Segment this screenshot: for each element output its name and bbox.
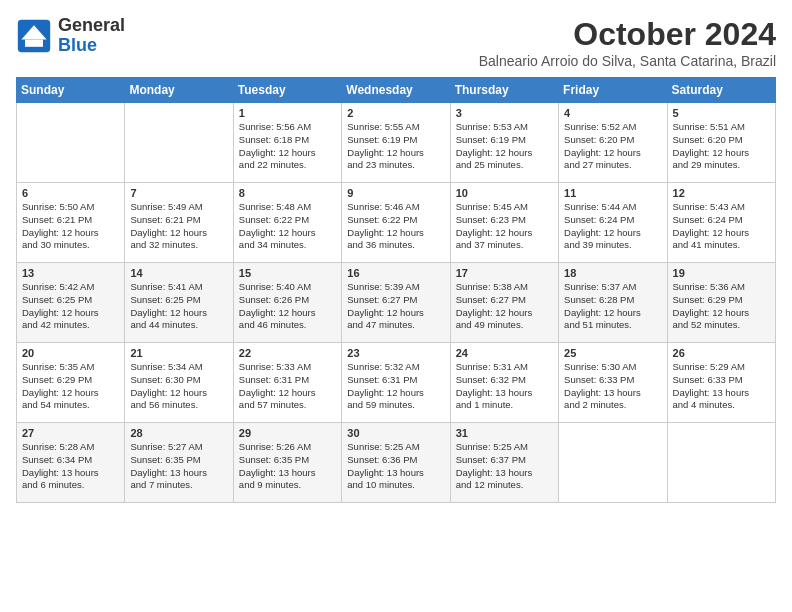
calendar-cell: 10Sunrise: 5:45 AM Sunset: 6:23 PM Dayli… bbox=[450, 183, 558, 263]
col-header-wednesday: Wednesday bbox=[342, 78, 450, 103]
calendar-cell: 6Sunrise: 5:50 AM Sunset: 6:21 PM Daylig… bbox=[17, 183, 125, 263]
day-number: 17 bbox=[456, 267, 553, 279]
day-number: 2 bbox=[347, 107, 444, 119]
day-content: Sunrise: 5:28 AM Sunset: 6:34 PM Dayligh… bbox=[22, 441, 119, 492]
day-content: Sunrise: 5:41 AM Sunset: 6:25 PM Dayligh… bbox=[130, 281, 227, 332]
day-content: Sunrise: 5:46 AM Sunset: 6:22 PM Dayligh… bbox=[347, 201, 444, 252]
week-row-1: 1Sunrise: 5:56 AM Sunset: 6:18 PM Daylig… bbox=[17, 103, 776, 183]
day-content: Sunrise: 5:29 AM Sunset: 6:33 PM Dayligh… bbox=[673, 361, 770, 412]
day-number: 3 bbox=[456, 107, 553, 119]
col-header-sunday: Sunday bbox=[17, 78, 125, 103]
day-number: 12 bbox=[673, 187, 770, 199]
day-number: 18 bbox=[564, 267, 661, 279]
calendar-cell: 22Sunrise: 5:33 AM Sunset: 6:31 PM Dayli… bbox=[233, 343, 341, 423]
calendar-cell: 31Sunrise: 5:25 AM Sunset: 6:37 PM Dayli… bbox=[450, 423, 558, 503]
logo-general: General bbox=[58, 15, 125, 35]
day-content: Sunrise: 5:32 AM Sunset: 6:31 PM Dayligh… bbox=[347, 361, 444, 412]
calendar-cell: 30Sunrise: 5:25 AM Sunset: 6:36 PM Dayli… bbox=[342, 423, 450, 503]
calendar-table: SundayMondayTuesdayWednesdayThursdayFrid… bbox=[16, 77, 776, 503]
day-number: 10 bbox=[456, 187, 553, 199]
calendar-cell: 20Sunrise: 5:35 AM Sunset: 6:29 PM Dayli… bbox=[17, 343, 125, 423]
calendar-cell: 2Sunrise: 5:55 AM Sunset: 6:19 PM Daylig… bbox=[342, 103, 450, 183]
calendar-cell: 8Sunrise: 5:48 AM Sunset: 6:22 PM Daylig… bbox=[233, 183, 341, 263]
day-content: Sunrise: 5:33 AM Sunset: 6:31 PM Dayligh… bbox=[239, 361, 336, 412]
day-number: 31 bbox=[456, 427, 553, 439]
day-number: 26 bbox=[673, 347, 770, 359]
day-content: Sunrise: 5:40 AM Sunset: 6:26 PM Dayligh… bbox=[239, 281, 336, 332]
day-content: Sunrise: 5:48 AM Sunset: 6:22 PM Dayligh… bbox=[239, 201, 336, 252]
col-header-tuesday: Tuesday bbox=[233, 78, 341, 103]
calendar-cell: 21Sunrise: 5:34 AM Sunset: 6:30 PM Dayli… bbox=[125, 343, 233, 423]
day-number: 19 bbox=[673, 267, 770, 279]
calendar-cell: 27Sunrise: 5:28 AM Sunset: 6:34 PM Dayli… bbox=[17, 423, 125, 503]
day-number: 8 bbox=[239, 187, 336, 199]
calendar-cell: 18Sunrise: 5:37 AM Sunset: 6:28 PM Dayli… bbox=[559, 263, 667, 343]
day-content: Sunrise: 5:26 AM Sunset: 6:35 PM Dayligh… bbox=[239, 441, 336, 492]
day-content: Sunrise: 5:44 AM Sunset: 6:24 PM Dayligh… bbox=[564, 201, 661, 252]
logo: General Blue bbox=[16, 16, 125, 56]
calendar-cell: 26Sunrise: 5:29 AM Sunset: 6:33 PM Dayli… bbox=[667, 343, 775, 423]
day-number: 6 bbox=[22, 187, 119, 199]
day-content: Sunrise: 5:55 AM Sunset: 6:19 PM Dayligh… bbox=[347, 121, 444, 172]
logo-icon bbox=[16, 18, 52, 54]
calendar-cell: 28Sunrise: 5:27 AM Sunset: 6:35 PM Dayli… bbox=[125, 423, 233, 503]
day-content: Sunrise: 5:42 AM Sunset: 6:25 PM Dayligh… bbox=[22, 281, 119, 332]
day-content: Sunrise: 5:51 AM Sunset: 6:20 PM Dayligh… bbox=[673, 121, 770, 172]
day-number: 23 bbox=[347, 347, 444, 359]
day-number: 29 bbox=[239, 427, 336, 439]
day-number: 4 bbox=[564, 107, 661, 119]
svg-rect-2 bbox=[25, 39, 43, 46]
logo-blue: Blue bbox=[58, 35, 97, 55]
week-row-4: 20Sunrise: 5:35 AM Sunset: 6:29 PM Dayli… bbox=[17, 343, 776, 423]
day-number: 28 bbox=[130, 427, 227, 439]
day-content: Sunrise: 5:34 AM Sunset: 6:30 PM Dayligh… bbox=[130, 361, 227, 412]
day-number: 15 bbox=[239, 267, 336, 279]
day-content: Sunrise: 5:43 AM Sunset: 6:24 PM Dayligh… bbox=[673, 201, 770, 252]
day-content: Sunrise: 5:25 AM Sunset: 6:37 PM Dayligh… bbox=[456, 441, 553, 492]
day-number: 21 bbox=[130, 347, 227, 359]
day-content: Sunrise: 5:36 AM Sunset: 6:29 PM Dayligh… bbox=[673, 281, 770, 332]
day-number: 13 bbox=[22, 267, 119, 279]
day-content: Sunrise: 5:56 AM Sunset: 6:18 PM Dayligh… bbox=[239, 121, 336, 172]
calendar-cell bbox=[17, 103, 125, 183]
calendar-cell: 14Sunrise: 5:41 AM Sunset: 6:25 PM Dayli… bbox=[125, 263, 233, 343]
day-content: Sunrise: 5:52 AM Sunset: 6:20 PM Dayligh… bbox=[564, 121, 661, 172]
calendar-cell: 13Sunrise: 5:42 AM Sunset: 6:25 PM Dayli… bbox=[17, 263, 125, 343]
week-row-2: 6Sunrise: 5:50 AM Sunset: 6:21 PM Daylig… bbox=[17, 183, 776, 263]
day-content: Sunrise: 5:25 AM Sunset: 6:36 PM Dayligh… bbox=[347, 441, 444, 492]
col-header-saturday: Saturday bbox=[667, 78, 775, 103]
calendar-cell: 7Sunrise: 5:49 AM Sunset: 6:21 PM Daylig… bbox=[125, 183, 233, 263]
day-number: 5 bbox=[673, 107, 770, 119]
day-number: 27 bbox=[22, 427, 119, 439]
day-content: Sunrise: 5:30 AM Sunset: 6:33 PM Dayligh… bbox=[564, 361, 661, 412]
day-content: Sunrise: 5:45 AM Sunset: 6:23 PM Dayligh… bbox=[456, 201, 553, 252]
logo-text: General Blue bbox=[58, 16, 125, 56]
day-number: 1 bbox=[239, 107, 336, 119]
title-block: October 2024 Balneario Arroio do Silva, … bbox=[479, 16, 776, 69]
day-number: 9 bbox=[347, 187, 444, 199]
col-header-thursday: Thursday bbox=[450, 78, 558, 103]
month-title: October 2024 bbox=[479, 16, 776, 53]
calendar-cell: 19Sunrise: 5:36 AM Sunset: 6:29 PM Dayli… bbox=[667, 263, 775, 343]
day-number: 11 bbox=[564, 187, 661, 199]
day-number: 24 bbox=[456, 347, 553, 359]
calendar-cell: 24Sunrise: 5:31 AM Sunset: 6:32 PM Dayli… bbox=[450, 343, 558, 423]
day-content: Sunrise: 5:39 AM Sunset: 6:27 PM Dayligh… bbox=[347, 281, 444, 332]
day-number: 7 bbox=[130, 187, 227, 199]
calendar-cell: 15Sunrise: 5:40 AM Sunset: 6:26 PM Dayli… bbox=[233, 263, 341, 343]
day-content: Sunrise: 5:27 AM Sunset: 6:35 PM Dayligh… bbox=[130, 441, 227, 492]
day-content: Sunrise: 5:50 AM Sunset: 6:21 PM Dayligh… bbox=[22, 201, 119, 252]
calendar-cell: 5Sunrise: 5:51 AM Sunset: 6:20 PM Daylig… bbox=[667, 103, 775, 183]
calendar-cell: 25Sunrise: 5:30 AM Sunset: 6:33 PM Dayli… bbox=[559, 343, 667, 423]
calendar-cell: 4Sunrise: 5:52 AM Sunset: 6:20 PM Daylig… bbox=[559, 103, 667, 183]
col-header-friday: Friday bbox=[559, 78, 667, 103]
calendar-cell: 9Sunrise: 5:46 AM Sunset: 6:22 PM Daylig… bbox=[342, 183, 450, 263]
calendar-cell: 23Sunrise: 5:32 AM Sunset: 6:31 PM Dayli… bbox=[342, 343, 450, 423]
calendar-cell: 17Sunrise: 5:38 AM Sunset: 6:27 PM Dayli… bbox=[450, 263, 558, 343]
day-number: 25 bbox=[564, 347, 661, 359]
week-row-3: 13Sunrise: 5:42 AM Sunset: 6:25 PM Dayli… bbox=[17, 263, 776, 343]
day-content: Sunrise: 5:37 AM Sunset: 6:28 PM Dayligh… bbox=[564, 281, 661, 332]
day-content: Sunrise: 5:49 AM Sunset: 6:21 PM Dayligh… bbox=[130, 201, 227, 252]
day-number: 30 bbox=[347, 427, 444, 439]
day-number: 22 bbox=[239, 347, 336, 359]
